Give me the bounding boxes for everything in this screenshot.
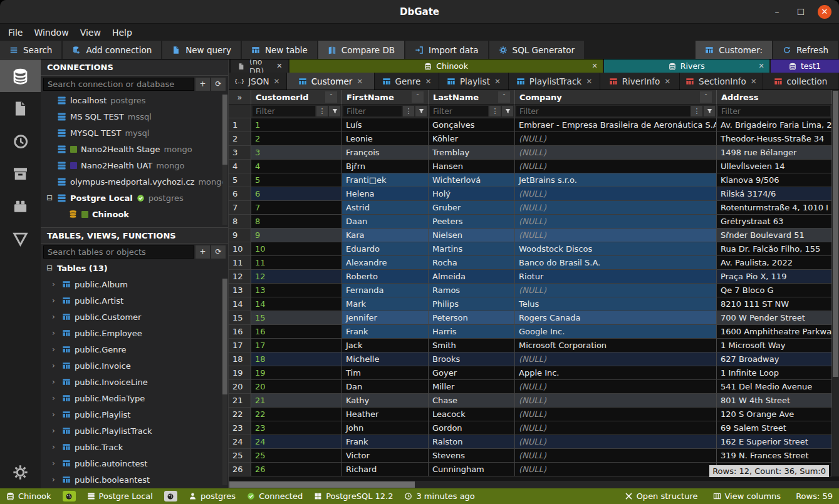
grid-cell[interactable]: 1498 rue Bélanger xyxy=(717,146,832,160)
grid-cell[interactable]: 21 xyxy=(251,394,342,408)
row-number[interactable]: 15 xyxy=(229,311,251,325)
grid-cell[interactable]: 15 xyxy=(251,311,342,325)
row-number[interactable]: 1 xyxy=(229,118,251,132)
filter-input[interactable]: Filter xyxy=(253,106,315,116)
grid-cell[interactable]: 13 xyxy=(251,284,342,297)
grid-cell[interactable]: 627 Broadway xyxy=(717,352,832,366)
grid-cell[interactable]: 8 xyxy=(251,215,342,229)
grid-cell[interactable]: Miller xyxy=(429,380,515,394)
grid-cell[interactable]: Sřnder Boulevard 51 xyxy=(717,229,832,242)
grid-cell[interactable]: Philips xyxy=(429,297,515,311)
grid-cell[interactable]: 18 xyxy=(251,352,342,366)
close-button[interactable]: ✕ xyxy=(818,5,831,19)
grid-cell[interactable]: (NULL) xyxy=(515,463,717,476)
filter-input[interactable]: Filter xyxy=(718,106,830,116)
tab-group-nodb[interactable]: (no DB)✕ xyxy=(231,59,288,73)
grid-cell[interactable]: Apple Inc. xyxy=(515,366,717,380)
expander-icon[interactable]: ⊟ xyxy=(46,193,53,202)
chevron-right-icon[interactable]: › xyxy=(52,280,58,289)
grid-cell[interactable]: Fernanda xyxy=(342,284,429,297)
chevron-right-icon[interactable]: › xyxy=(52,329,58,337)
grid-cell[interactable]: (NULL) xyxy=(515,421,717,435)
activity-archive-icon[interactable] xyxy=(0,157,41,190)
new-table-button[interactable]: New table xyxy=(242,41,318,59)
grid-cell[interactable]: Köhler xyxy=(429,132,515,146)
chevron-down-icon[interactable]: ˇ xyxy=(498,91,510,103)
grid-cell[interactable]: JetBrains s.r.o. xyxy=(515,173,717,187)
grid-cell[interactable]: Kathy xyxy=(342,394,429,408)
grid-cell[interactable]: Peeters xyxy=(429,215,515,229)
chevron-right-icon[interactable]: › xyxy=(52,312,58,321)
grid-cell[interactable]: 6 xyxy=(251,187,342,201)
grid-cell[interactable]: Franti□ek xyxy=(342,173,429,187)
add-connection-button[interactable]: Add connection xyxy=(63,41,162,59)
grid-cell[interactable]: 801 W 4th Street xyxy=(717,394,832,408)
refresh-button[interactable]: Refresh xyxy=(773,41,839,59)
activity-plugin-icon[interactable] xyxy=(0,190,41,222)
grid-cell[interactable]: Alexandre xyxy=(342,256,429,270)
grid-cell[interactable]: Tim xyxy=(342,366,429,380)
close-icon[interactable]: ✕ xyxy=(759,62,764,70)
statusbar-item[interactable]: Chinook xyxy=(6,491,51,501)
chevron-right-icon[interactable]: › xyxy=(52,345,58,354)
tab-riverinfo[interactable]: RiverInfo✕ xyxy=(600,73,680,90)
tab-group-chinook[interactable]: Chinook✕ xyxy=(289,59,602,73)
statusbar-item[interactable]: postgres xyxy=(189,491,236,501)
kebab-menu-icon[interactable]: ⋮ xyxy=(489,106,501,116)
row-number[interactable]: 10 xyxy=(229,242,251,256)
grid-cell[interactable]: Eduardo xyxy=(342,242,429,256)
grid-cell[interactable]: 20 xyxy=(251,380,342,394)
tables-scrollbar[interactable] xyxy=(222,279,227,485)
connections-scrollbar[interactable] xyxy=(222,95,227,225)
menu-item-help[interactable]: Help xyxy=(107,28,138,38)
grid-cell[interactable]: Leonie xyxy=(342,132,429,146)
tab-group-rivers[interactable]: Rivers✕ xyxy=(604,59,769,73)
column-header-customerid[interactable]: CustomerIdˇ xyxy=(251,90,342,105)
grid-cell[interactable]: (NULL) xyxy=(515,380,717,394)
funnel-icon[interactable] xyxy=(704,106,715,116)
close-icon[interactable]: ✕ xyxy=(274,77,280,86)
grid-cell[interactable]: 5 xyxy=(251,173,342,187)
status-color-badge[interactable] xyxy=(63,491,76,501)
grid-cell[interactable]: Mark xyxy=(342,297,429,311)
grid-cell[interactable]: Nielsen xyxy=(429,229,515,242)
grid-cell[interactable]: (NULL) xyxy=(515,394,717,408)
row-number[interactable]: 7 xyxy=(229,201,251,215)
row-number[interactable]: 13 xyxy=(229,284,251,297)
filter-input[interactable]: Filter xyxy=(516,106,690,116)
chevron-right-icon[interactable]: › xyxy=(52,459,58,468)
funnel-icon[interactable] xyxy=(329,106,340,116)
column-header-address[interactable]: Address xyxy=(717,90,832,105)
grid-cell[interactable]: Praça Pio X, 119 xyxy=(717,270,832,284)
table-item[interactable]: ›public.Invoice xyxy=(41,357,228,374)
close-icon[interactable]: ✕ xyxy=(276,62,282,70)
row-number[interactable]: 8 xyxy=(229,215,251,229)
row-number[interactable]: 20 xyxy=(229,380,251,394)
grid-cell[interactable]: Stevens xyxy=(429,449,515,463)
table-item[interactable]: ›public.MediaType xyxy=(41,390,228,406)
grid-cell[interactable]: Hansen xyxy=(429,160,515,173)
grid-cell[interactable]: Frank xyxy=(342,435,429,449)
filter-input[interactable]: Filter xyxy=(343,106,402,116)
chevron-right-icon[interactable]: › xyxy=(52,378,58,386)
column-header-firstname[interactable]: FirstNameˇ xyxy=(342,90,429,105)
grid-cell[interactable]: 16 xyxy=(251,325,342,339)
funnel-icon[interactable] xyxy=(502,106,513,116)
grid-cell[interactable]: Victor xyxy=(342,449,429,463)
row-number[interactable]: 6 xyxy=(229,187,251,201)
grid-cell[interactable]: Kara xyxy=(342,229,429,242)
grid-cell[interactable]: 12 xyxy=(251,270,342,284)
menu-item-window[interactable]: Window xyxy=(28,28,74,38)
grid-cell[interactable]: Goyer xyxy=(429,366,515,380)
grid-cell[interactable]: 26 xyxy=(251,463,342,476)
funnel-icon[interactable] xyxy=(415,106,427,116)
status-color-badge[interactable] xyxy=(164,491,177,501)
grid-cell[interactable]: 162 E Superior Street xyxy=(717,435,832,449)
row-number[interactable]: 14 xyxy=(229,297,251,311)
statusbar-item[interactable]: View columns xyxy=(713,491,781,501)
grid-cell[interactable]: 4 xyxy=(251,160,342,173)
connection-item[interactable]: Nano2Health UATmongo xyxy=(41,157,228,173)
tab-group-test1[interactable]: test1 xyxy=(771,59,839,73)
grid-cell[interactable]: Wichterlová xyxy=(429,173,515,187)
grid-cell[interactable]: Telus xyxy=(515,297,717,311)
